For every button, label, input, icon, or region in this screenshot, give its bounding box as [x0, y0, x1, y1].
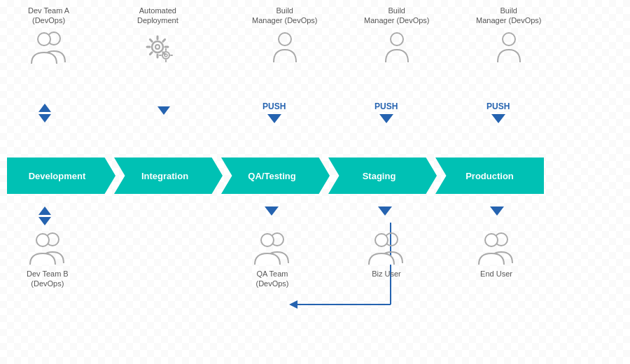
arrow-up-icon: [38, 104, 51, 112]
qa-push-group: PUSH: [262, 102, 286, 123]
stage-integration: Integration: [114, 158, 223, 194]
svg-line-10: [150, 52, 153, 54]
svg-point-25: [36, 234, 49, 246]
actor-build-manager-2: BuildManager (DevOps): [364, 6, 430, 64]
svg-point-20: [503, 33, 515, 46]
pipeline-row: Development Integration QA/Testing Stagi…: [7, 158, 623, 194]
diagram-container: Dev Team A (DevOps) Automated Deployment: [0, 0, 630, 364]
stage-production: Production: [435, 158, 544, 194]
qa-bottom-arrow: [265, 206, 279, 216]
build-manager-2-icon: [383, 30, 411, 64]
dev-team-b-label: Dev Team B (DevOps): [27, 269, 69, 289]
qa-bottom-down-icon: [265, 206, 279, 216]
svg-point-19: [391, 33, 403, 46]
actor-build-manager-3: BuildManager (DevOps): [476, 6, 542, 64]
svg-point-12: [162, 52, 169, 59]
actor-dev-team-a: Dev Team A (DevOps): [28, 6, 69, 64]
staging-push-label: PUSH: [374, 102, 398, 111]
build-manager-1-icon: [271, 30, 299, 64]
build-manager-2-label: BuildManager (DevOps): [364, 6, 430, 26]
qa-team-label: QA Team (DevOps): [255, 269, 288, 289]
arrow-down-icon: [38, 114, 51, 122]
svg-point-29: [375, 234, 388, 246]
svg-point-31: [485, 234, 498, 246]
actor-build-manager-1: BuildManager (DevOps): [252, 6, 318, 64]
actor-dev-team-b: Dev Team B (DevOps): [27, 231, 69, 289]
qa-push-down-icon: [267, 114, 281, 123]
production-push-group: PUSH: [486, 102, 510, 123]
stage-development: Development: [7, 158, 115, 194]
staging-bottom-down-icon: [378, 206, 392, 216]
qa-team-icon: [252, 231, 293, 265]
build-manager-3-icon: [495, 30, 523, 64]
dev-team-a-icon: [29, 30, 69, 64]
automated-deployment-arrow: [158, 106, 170, 115]
production-push-label: PUSH: [486, 102, 510, 111]
production-bottom-down-icon: [490, 206, 504, 216]
automated-deployment-label: Automated Deployment: [137, 6, 178, 26]
stage-staging-label: Staging: [363, 171, 396, 181]
svg-point-18: [279, 33, 291, 46]
staging-bottom-arrow: [378, 206, 392, 216]
stage-development-label: Development: [29, 171, 86, 181]
build-manager-1-label: BuildManager (DevOps): [252, 6, 318, 26]
actor-qa-team: QA Team (DevOps): [252, 231, 293, 289]
dev-b-arrow-down-icon: [38, 217, 51, 225]
automated-deployment-icon: [139, 30, 176, 64]
qa-push-label: PUSH: [262, 102, 286, 111]
stage-qa-label: QA/Testing: [248, 171, 295, 181]
dev-team-b-arrows: [38, 206, 51, 225]
actor-biz-user: Biz User: [366, 231, 407, 279]
production-bottom-arrow: [490, 206, 504, 216]
dev-team-a-arrows: [38, 104, 51, 122]
actor-automated-deployment: Automated Deployment: [137, 6, 178, 64]
dev-b-arrow-up-icon: [38, 206, 51, 215]
svg-point-27: [261, 234, 274, 246]
staging-push-down-icon: [379, 114, 393, 123]
end-user-icon: [476, 231, 517, 265]
stage-staging: Staging: [328, 158, 437, 194]
auto-deploy-down-icon: [158, 106, 170, 115]
svg-point-3: [155, 45, 160, 49]
stage-production-label: Production: [465, 171, 514, 181]
svg-point-13: [164, 54, 167, 57]
stage-integration-label: Integration: [141, 171, 188, 181]
dev-team-b-icon: [27, 231, 68, 265]
actor-end-user: End User: [476, 231, 517, 279]
stage-qa-testing: QA/Testing: [221, 158, 330, 194]
biz-user-icon: [366, 231, 407, 265]
svg-line-8: [150, 39, 153, 41]
production-push-down-icon: [491, 114, 505, 123]
svg-point-2: [152, 41, 163, 52]
svg-point-1: [38, 33, 50, 46]
svg-line-11: [163, 39, 165, 41]
staging-push-group: PUSH: [374, 102, 398, 123]
build-manager-3-label: BuildManager (DevOps): [476, 6, 542, 26]
end-user-label: End User: [480, 269, 512, 279]
biz-user-label: Biz User: [372, 269, 401, 279]
dev-team-a-label: Dev Team A (DevOps): [28, 6, 69, 26]
